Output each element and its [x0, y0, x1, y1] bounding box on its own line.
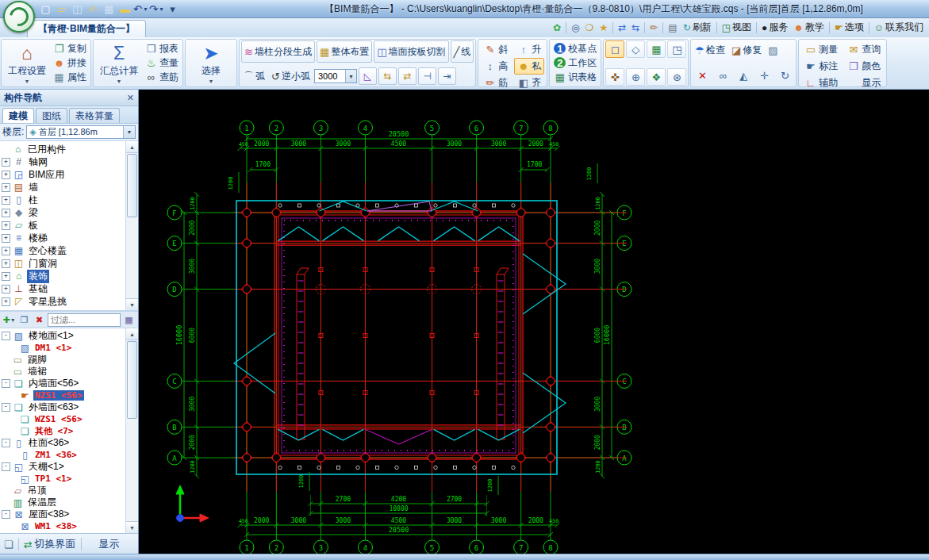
ribbon-button[interactable]: ◧齐	[514, 75, 544, 91]
ribbon-button[interactable]: ✕	[693, 67, 712, 84]
scroll-up-icon[interactable]: ▲	[126, 141, 138, 153]
tmore-button[interactable]: ▾	[165, 2, 180, 16]
tree-item[interactable]: ▭墙裙	[2, 366, 125, 378]
ribbon-button[interactable]: ✉查询	[844, 41, 884, 58]
ribbon-button[interactable]: ↑升	[514, 41, 544, 58]
tree-item[interactable]: ▯ZM1 <36>	[2, 449, 125, 461]
expander-icon[interactable]: +	[2, 183, 10, 192]
ribbon-button[interactable]: ⌂工程设置▼	[3, 40, 51, 86]
ribbon-button[interactable]: ╱线	[451, 40, 474, 63]
tree-item[interactable]: -❏内墙面<56>	[2, 378, 125, 389]
tree-item[interactable]: +◆梁	[2, 206, 125, 219]
ribbon-button[interactable]: ⊣	[418, 67, 436, 85]
tgrid-button[interactable]: ▦	[102, 2, 117, 16]
ribbon-button[interactable]: ◫墙面按板切割	[374, 40, 448, 63]
ribbon-button[interactable]: ▭测量	[801, 41, 841, 58]
tree-item[interactable]: ☛NZS1 <56>	[2, 389, 125, 401]
ribbon-button[interactable]: ▦识表格	[551, 71, 599, 85]
scroll-down-icon[interactable]: ▼	[126, 298, 138, 310]
kbd-button[interactable]: ▤	[666, 22, 679, 33]
ribbon-button[interactable]: ☂检查	[693, 40, 727, 59]
ribbon-button[interactable]: 1校基点	[551, 41, 599, 56]
expander-icon[interactable]: +	[2, 209, 10, 217]
ribbon-button[interactable]: ▦整体布置	[317, 40, 372, 63]
qq-button[interactable]: ●服务	[759, 20, 790, 35]
expander-icon[interactable]: -	[2, 403, 10, 412]
swapa-button[interactable]: ⇄	[616, 22, 628, 33]
tree-item[interactable]: -◱天棚<1>	[2, 461, 125, 473]
ribbon-button[interactable]: ❐复制	[51, 41, 89, 56]
tree-item[interactable]: +◸零星悬挑	[2, 295, 125, 308]
flower-button[interactable]: ✿	[551, 22, 563, 33]
expander-icon[interactable]: -	[2, 462, 10, 471]
ribbon-button[interactable]: ❒报表	[143, 41, 181, 56]
expander-icon[interactable]: -	[2, 439, 10, 447]
scrollbar[interactable]: ▲ ▼	[125, 328, 138, 533]
brush-button[interactable]: ✏	[647, 22, 660, 33]
ribbon-button[interactable]: ∞	[713, 67, 732, 84]
ribbon-button[interactable]: ⇆	[378, 67, 397, 85]
truler-button[interactable]: ▬	[117, 2, 132, 16]
properties-button[interactable]: ▦	[122, 313, 136, 326]
ribbon-button[interactable]: ◻	[605, 40, 624, 58]
ribbon-button[interactable]: ✎斜	[481, 41, 511, 58]
expander-icon[interactable]: +	[2, 285, 10, 293]
tnew-button[interactable]: ▢	[38, 2, 53, 16]
scroll-down-icon[interactable]: ▼	[126, 521, 138, 533]
undo-button[interactable]: ↶▼	[133, 2, 148, 16]
tree-item[interactable]: -⊠屋面<38>	[2, 508, 125, 520]
ribbon-button[interactable]: ❒颜色	[844, 58, 884, 75]
tv-button[interactable]: ◳视图	[720, 20, 754, 35]
ribbon-button[interactable]: ◇	[626, 40, 645, 58]
chevron-down-icon[interactable]: ▼	[123, 126, 135, 138]
findf-button[interactable]: ❍	[583, 22, 597, 33]
tree-item[interactable]: ◱TP1 <1>	[2, 473, 125, 485]
ribbon-button[interactable]: ☛标注	[801, 58, 841, 75]
scroll-thumb[interactable]	[127, 341, 137, 419]
tree-item[interactable]: -▯柱面<36>	[2, 437, 125, 449]
ribbon-button[interactable]: ◺	[359, 67, 377, 85]
ribbon-button[interactable]: ✏筋	[481, 75, 511, 91]
ribbon-button[interactable]: ⌒弧	[241, 67, 267, 86]
tree-item[interactable]: -❏外墙面<63>	[2, 401, 125, 413]
filter-input[interactable]	[48, 313, 121, 327]
tab-2[interactable]: 表格算量	[69, 108, 120, 123]
ribbon-button[interactable]: ♨查量	[143, 56, 181, 70]
tree-item[interactable]: +⌂装饰	[2, 270, 125, 282]
layers-button[interactable]: ❏	[4, 539, 13, 550]
ribbon-button[interactable]: ⇄	[398, 67, 417, 85]
ribbon-button[interactable]: ☻私	[514, 58, 544, 75]
ribbon-button[interactable]: ❖	[647, 68, 666, 86]
scroll-up-icon[interactable]: ▲	[126, 328, 138, 340]
ribbon-button[interactable]: ∞查筋	[143, 71, 181, 85]
close-icon[interactable]: ✕	[127, 93, 134, 103]
tsave-button[interactable]: ◫	[70, 2, 85, 16]
ribbon-button[interactable]: ✛	[754, 67, 774, 84]
find-button[interactable]: ◎	[569, 22, 582, 33]
ribbon-button[interactable]: ≋墙柱分段生成	[241, 40, 315, 63]
ribbon-button[interactable]: ◭	[734, 67, 753, 84]
dropdown-arrow-icon[interactable]: ▼	[159, 6, 164, 12]
cad-canvas[interactable]: 1122334455667788AABBCCDDEEFF450200030003…	[139, 90, 929, 554]
dropdown-arrow-icon[interactable]: ▼	[143, 6, 148, 12]
contact-button[interactable]: ☺联系我们	[872, 20, 926, 35]
tree-item[interactable]: +≡楼梯	[2, 232, 125, 244]
tree-item[interactable]: ▱吊顶	[2, 485, 125, 497]
copy-button[interactable]: ❐	[17, 313, 31, 326]
findg-button[interactable]: ★	[597, 22, 610, 33]
display-button[interactable]: 显示	[86, 537, 120, 551]
ribbon-tab-main[interactable]: 【青橙·BIM量筋合一】	[27, 20, 146, 37]
chevron-down-icon[interactable]: ▼	[345, 70, 356, 82]
ribbon-button[interactable]: ▦	[647, 40, 666, 58]
expander-icon[interactable]: +	[2, 297, 10, 306]
ribbon-button[interactable]: ↺逆小弧	[269, 67, 313, 86]
topen-button[interactable]: ▱	[54, 2, 69, 16]
redo-button[interactable]: ↷▼	[149, 2, 164, 16]
tree-item[interactable]: ⌂已用构件	[2, 143, 125, 155]
teach-button[interactable]: ☻教学	[791, 20, 827, 35]
ribbon-button[interactable]: ⊛	[667, 68, 686, 86]
expander-icon[interactable]: +	[2, 196, 10, 205]
tab-0[interactable]: 建模	[2, 108, 34, 123]
tree-item[interactable]: +▤墙	[2, 181, 125, 194]
tree-item[interactable]: ❏WZS1 <56>	[2, 413, 125, 425]
